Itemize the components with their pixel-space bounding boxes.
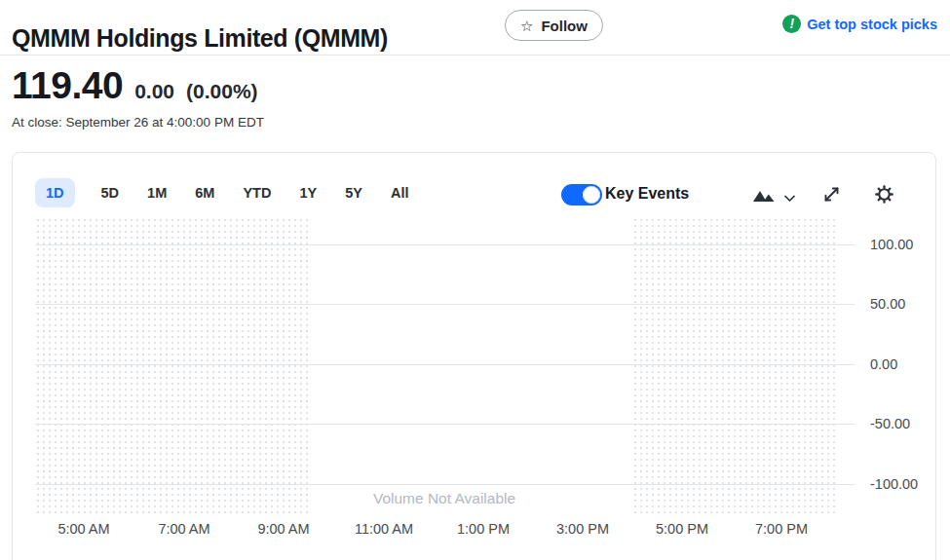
y-axis-tick: 0.00 bbox=[870, 356, 897, 372]
x-axis-tick: 7:00 AM bbox=[158, 521, 209, 537]
quote-page: QMMM Holdings Limited (QMMM) ☆ Follow ! … bbox=[0, 0, 950, 560]
x-axis-tick: 11:00 AM bbox=[355, 521, 413, 537]
gridline bbox=[35, 364, 855, 365]
chart-type-selector[interactable] bbox=[753, 189, 795, 206]
afterhours-session-shading bbox=[632, 217, 839, 517]
x-axis-tick: 1:00 PM bbox=[457, 521, 510, 537]
range-tab-6m[interactable]: 6M bbox=[193, 178, 216, 207]
x-axis-tick: 7:00 PM bbox=[755, 521, 808, 537]
y-axis-tick: -50.00 bbox=[870, 416, 910, 431]
x-axis-tick: 3:00 PM bbox=[556, 521, 609, 537]
range-tab-1m[interactable]: 1M bbox=[145, 178, 169, 207]
follow-label: Follow bbox=[541, 18, 588, 34]
price-row: 119.40 0.00 (0.00%) bbox=[12, 64, 258, 107]
key-events-label: Key Events bbox=[605, 185, 689, 203]
gridline bbox=[35, 244, 855, 245]
range-tab-1d[interactable]: 1D bbox=[35, 178, 75, 207]
promo-label: Get top stock picks bbox=[807, 17, 937, 32]
range-tab-ytd[interactable]: YTD bbox=[241, 178, 273, 207]
y-axis-tick: -100.00 bbox=[870, 476, 918, 492]
at-close-timestamp: At close: September 26 at 4:00:00 PM EDT bbox=[12, 115, 264, 130]
range-tab-all[interactable]: All bbox=[389, 178, 411, 207]
premarket-session-shading bbox=[35, 217, 308, 517]
x-axis-tick: 9:00 AM bbox=[257, 521, 309, 537]
range-tab-5d[interactable]: 5D bbox=[99, 178, 122, 207]
range-tab-5y[interactable]: 5Y bbox=[343, 178, 364, 207]
price-chart-plot[interactable]: 100.00 50.00 0.00 -50.00 -100.00 5:00 AM… bbox=[35, 217, 839, 517]
chevron-down-icon bbox=[784, 189, 795, 206]
premium-badge-icon: ! bbox=[782, 15, 801, 33]
range-tabs: 1D 5D 1M 6M YTD 1Y 5Y All bbox=[35, 178, 410, 207]
price-change-percent: (0.00%) bbox=[186, 80, 258, 103]
current-price: 119.40 bbox=[12, 64, 123, 107]
x-axis-tick: 5:00 PM bbox=[656, 521, 708, 537]
page-title: QMMM Holdings Limited (QMMM) bbox=[12, 24, 388, 53]
fullscreen-expand-icon[interactable] bbox=[822, 185, 841, 204]
y-axis-tick: 50.00 bbox=[870, 296, 905, 312]
header: QMMM Holdings Limited (QMMM) ☆ Follow ! … bbox=[0, 0, 950, 56]
volume-not-available-note: Volume Not Available bbox=[373, 490, 515, 507]
get-top-stock-picks-link[interactable]: ! Get top stock picks bbox=[782, 15, 937, 33]
x-axis-tick: 5:00 AM bbox=[57, 521, 109, 537]
toggle-knob bbox=[583, 186, 600, 204]
range-tab-1y[interactable]: 1Y bbox=[297, 178, 319, 207]
star-icon: ☆ bbox=[520, 19, 533, 33]
gridline bbox=[35, 484, 855, 485]
chart-card: 1D 5D 1M 6M YTD 1Y 5Y All Key Events bbox=[12, 152, 936, 560]
price-change: 0.00 bbox=[134, 80, 174, 103]
mountain-chart-icon bbox=[753, 189, 777, 206]
y-axis-tick: 100.00 bbox=[870, 237, 913, 252]
gridline bbox=[35, 304, 855, 305]
gridline bbox=[35, 424, 855, 425]
follow-button[interactable]: ☆ Follow bbox=[505, 10, 603, 41]
settings-gear-icon[interactable] bbox=[874, 184, 894, 205]
key-events-toggle[interactable] bbox=[561, 184, 602, 205]
